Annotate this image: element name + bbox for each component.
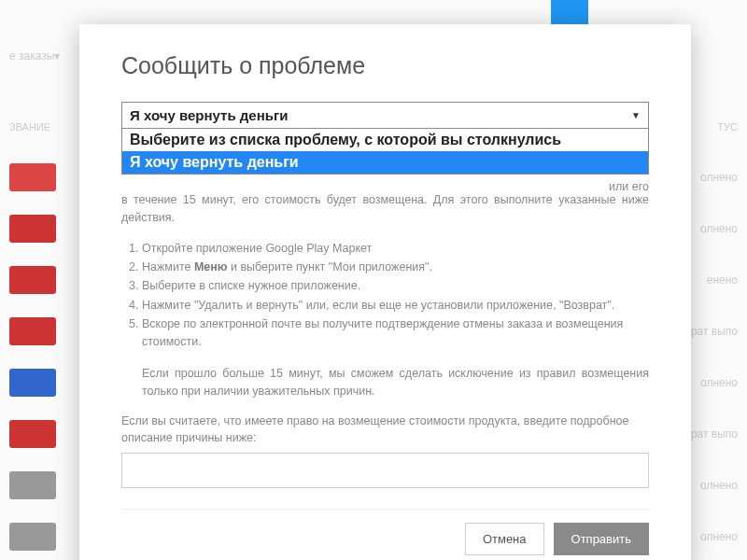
select-value: Я хочу вернуть деньги [130, 107, 288, 123]
report-problem-modal: Сообщить о проблеме Я хочу вернуть деньг… [79, 24, 691, 560]
refund-note: в течение 15 минут, его стоимость будет … [121, 191, 649, 227]
instruction-step: Нажмите "Удалить и вернуть" или, если вы… [142, 297, 649, 315]
select-option[interactable]: Выберите из списка проблему, с которой в… [122, 129, 648, 151]
select-option[interactable]: Я хочу вернуть деньги [122, 151, 648, 174]
instruction-step: Нажмите Меню и выберите пункт "Мои прило… [142, 259, 649, 276]
extra-note: Если прошло больше 15 минут, мы сможем с… [142, 365, 649, 401]
cancel-button[interactable]: Отмена [465, 523, 544, 555]
describe-label: Если вы считаете, что имеете право на во… [121, 413, 649, 448]
instruction-step: Откройте приложение Google Play Маркет [142, 240, 649, 258]
problem-select[interactable]: Я хочу вернуть деньги ▼ Выберите из спис… [121, 102, 649, 175]
reason-textarea[interactable] [121, 453, 649, 488]
instruction-step: Вскоре по электронной почте вы получите … [142, 315, 649, 352]
select-dropdown: Выберите из списка проблему, с которой в… [121, 129, 649, 175]
select-box[interactable]: Я хочу вернуть деньги ▼ [121, 102, 649, 129]
instruction-step: Выберите в списке нужное приложение. [142, 277, 649, 295]
modal-title: Сообщить о проблеме [121, 52, 649, 79]
modal-footer: Отмена Отправить [121, 509, 649, 555]
instructions-list: Откройте приложение Google Play Маркет Н… [121, 240, 649, 352]
chevron-down-icon: ▼ [631, 110, 641, 120]
submit-button[interactable]: Отправить [554, 523, 649, 555]
